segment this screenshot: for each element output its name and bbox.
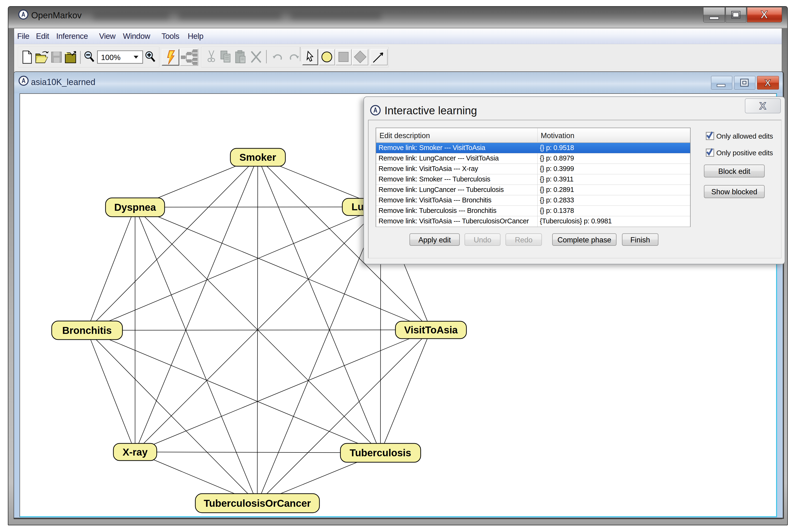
svg-text:VisitToAsia: VisitToAsia <box>404 324 458 336</box>
svg-text:X: X <box>759 100 766 111</box>
svg-text:Smoker: Smoker <box>240 152 276 163</box>
svg-text:X-ray: X-ray <box>122 446 148 458</box>
svg-text:X: X <box>761 8 768 21</box>
svg-text:TuberculosisOrCancer: TuberculosisOrCancer <box>204 498 311 509</box>
svg-text:Dyspnea: Dyspnea <box>114 202 156 213</box>
svg-text:Tuberculosis: Tuberculosis <box>350 447 411 458</box>
svg-text:X: X <box>764 78 771 88</box>
svg-text:100%: 100% <box>101 53 120 62</box>
svg-text:Bronchitis: Bronchitis <box>62 325 112 336</box>
